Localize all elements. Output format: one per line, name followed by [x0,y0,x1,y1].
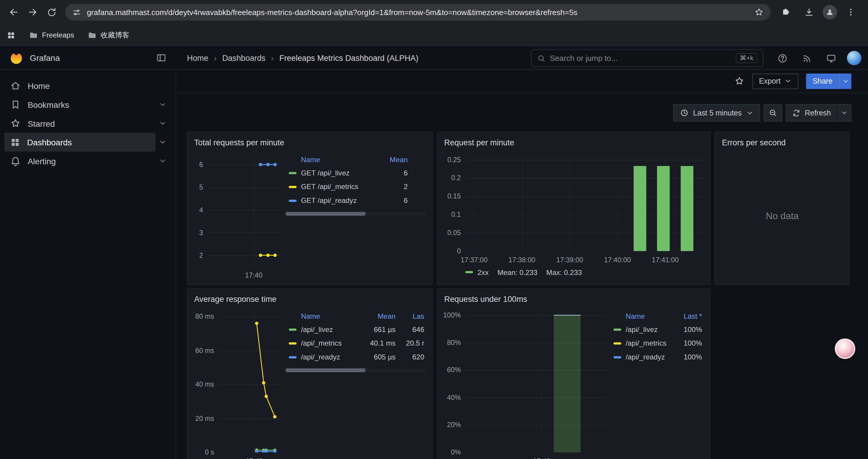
legend-header-name[interactable]: Name [626,312,673,320]
bookmark-star-icon[interactable] [754,7,764,17]
legend-cell: /api/_readyz [301,353,367,361]
legend-header-name[interactable]: Name [301,155,379,164]
legend-scrollbar[interactable] [285,368,426,372]
series-name[interactable]: 2xx [477,268,489,276]
series-color-icon [614,328,621,330]
bookmark-folder-freeleaps[interactable]: Freeleaps [23,28,80,43]
site-settings-icon[interactable] [72,7,81,17]
refresh-button[interactable]: Refresh [785,104,837,122]
panel-title[interactable]: Request per minute [438,132,710,150]
chevron-down-icon[interactable] [155,138,170,146]
chevron-down-icon[interactable] [155,101,170,108]
forward-icon[interactable] [23,3,42,22]
legend-row[interactable]: /api/_livez100% [610,323,704,336]
help-icon[interactable] [774,50,790,66]
legend-cell: /api/_metrics [626,339,673,347]
legend-header-last[interactable]: Last * [673,312,702,320]
search-box[interactable]: ⌘+k [531,49,764,67]
legend-header-mean[interactable]: Mean [367,312,395,320]
legend-header-mean[interactable]: Mean [379,155,408,164]
legend-row[interactable]: /api/_metrics100% [610,336,704,350]
y-tick-label: 0.1 [451,210,461,218]
panel-title[interactable]: Requests under 100ms [438,289,710,306]
legend-cell: 6 [379,196,408,205]
time-range-picker[interactable]: Last 5 minutes [673,104,760,122]
x-tick-label: 17:40 [533,458,550,459]
legend-header-name[interactable]: Name [301,312,367,320]
dashboard-main: Export Share Last 5 minutes [176,70,868,459]
legend-row[interactable]: /api/_readyz605 µs620 [285,350,426,364]
share-menu-caret[interactable] [839,73,851,89]
bar-chart: 0.250.20.150.10.050 17:37:0017:38:0017:3… [443,153,704,266]
refresh-interval-caret[interactable] [837,104,851,122]
profile-avatar[interactable] [823,5,837,20]
x-axis: 17:40 [219,455,282,459]
sidebar-item-alerting[interactable]: Alerting [4,152,170,170]
bookmark-icon [10,99,21,110]
favorite-star-icon[interactable] [734,76,745,87]
panel-title[interactable]: Total requests per minute [188,132,432,150]
legend-table: NameMeanGET /api/_livez6GET /api/_metric… [285,153,426,279]
x-tick-label: 17:39:00 [556,256,583,264]
panel-title[interactable]: Average response time [188,289,432,306]
scrollbar-thumb[interactable] [285,368,366,372]
zoom-out-button[interactable] [764,104,782,122]
plot-area[interactable] [219,310,282,455]
y-tick-label: 0.05 [447,229,461,237]
legend-row[interactable]: /api/_metrics40.1 ms20.5 r [285,336,426,350]
breadcrumb-dashboards[interactable]: Dashboards [222,54,265,62]
plot-area[interactable] [208,153,282,269]
back-icon[interactable] [4,3,23,22]
dashboard-actions-row: Export Share [176,70,868,93]
scrollbar-thumb[interactable] [285,212,366,216]
chevron-down-icon[interactable] [155,157,170,165]
breadcrumb-separator: › [271,53,274,63]
chevron-down-icon[interactable] [155,119,170,127]
kiosk-mode-icon[interactable] [823,50,839,66]
legend-scrollbar[interactable] [285,212,426,216]
search-input[interactable] [550,54,736,63]
browser-menu-icon[interactable] [841,3,860,22]
x-tick-label: 17:38:00 [508,256,535,264]
downloads-icon[interactable] [800,3,818,22]
legend-row[interactable]: GET /api/_readyz6 [285,193,426,207]
sidebar-item-bookmarks[interactable]: Bookmarks [4,95,170,114]
sidebar-toggle-icon[interactable] [153,50,169,66]
legend-cell: 20.5 r [396,339,424,347]
sidebar-item-starred[interactable]: Starred [4,114,170,133]
url-bar[interactable] [65,4,771,21]
panel-title[interactable]: Errors per second [715,132,849,150]
reload-icon[interactable] [42,3,61,22]
refresh-icon [792,109,800,117]
sidebar-item-home[interactable]: Home [4,76,170,95]
y-tick-label: 3 [199,229,203,236]
legend-row[interactable]: /api/_readyz100% [610,350,704,364]
bookmark-folder-blogs[interactable]: 收藏博客 [82,28,135,43]
brand-name: Grafana [30,53,147,63]
breadcrumb-home[interactable]: Home [187,54,208,62]
sidebar-item-dashboards[interactable]: Dashboards [4,133,170,152]
y-tick-label: 20% [447,421,461,429]
y-axis: 80 ms60 ms40 ms20 ms0 s [193,310,219,455]
export-button[interactable]: Export [752,73,798,89]
grafana-logo[interactable] [9,50,24,65]
time-controls: Last 5 minutes Refresh [176,104,851,122]
extensions-icon[interactable] [776,3,795,22]
legend-row[interactable]: /api/_livez661 µs646 [285,323,426,336]
breadcrumb-current[interactable]: Freeleaps Metrics Dashboard (ALPHA) [279,54,418,62]
y-axis: 65432 [193,153,208,269]
legend-cell: 605 µs [367,353,395,361]
y-tick-label: 40 ms [195,381,214,388]
plot-area[interactable] [465,153,704,254]
url-input[interactable] [87,8,749,17]
floating-assistant-avatar[interactable] [835,338,855,359]
share-button[interactable]: Share [806,73,839,89]
legend-row[interactable]: GET /api/_metrics2 [285,180,426,194]
apps-grid-icon[interactable] [6,31,16,40]
user-avatar[interactable] [847,51,862,65]
news-icon[interactable] [798,50,815,66]
legend-header-las[interactable]: Las [396,312,424,320]
plot-area[interactable] [465,310,607,455]
bookmark-label: Freeleaps [42,31,74,39]
legend-row[interactable]: GET /api/_livez6 [285,166,426,180]
